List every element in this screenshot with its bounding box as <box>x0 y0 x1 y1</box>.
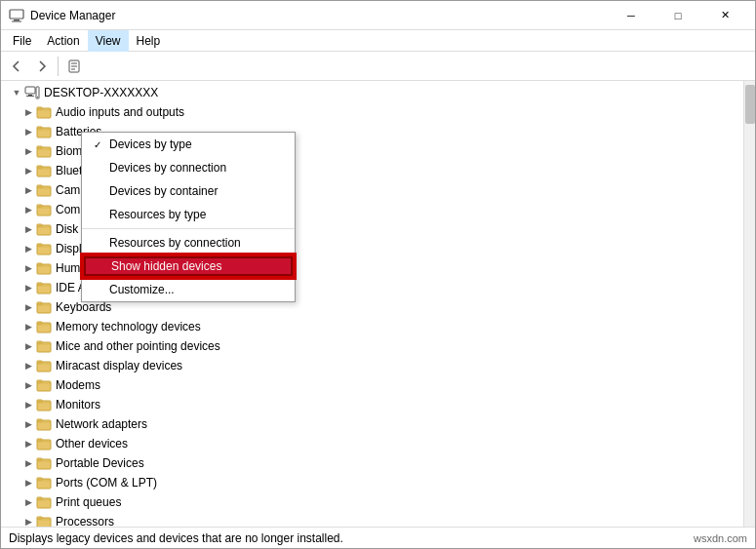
tree-item[interactable]: ▶ Modems <box>1 375 743 395</box>
svg-rect-7 <box>25 87 35 94</box>
item-label: Mice and other pointing devices <box>56 339 220 353</box>
item-expand-icon[interactable]: ▶ <box>20 338 36 354</box>
dropdown-separator <box>82 228 295 229</box>
dropdown-item-devices-by-type[interactable]: ✓ Devices by type <box>82 133 295 156</box>
svg-rect-41 <box>37 380 42 382</box>
tree-root[interactable]: ▼ DESKTOP-XXXXXXX <box>1 83 743 102</box>
dropdown-item-devices-by-container[interactable]: Devices by container <box>82 179 295 203</box>
svg-rect-43 <box>37 400 42 402</box>
svg-rect-27 <box>37 244 42 246</box>
item-expand-icon[interactable]: ▶ <box>20 319 36 334</box>
menu-view[interactable]: View <box>88 30 129 52</box>
item-expand-icon[interactable]: ▶ <box>20 514 36 527</box>
svg-rect-37 <box>37 341 42 343</box>
forward-button[interactable] <box>30 55 54 78</box>
tree-item[interactable]: ▶ Other devices <box>1 434 743 453</box>
menu-help-label: Help <box>137 34 161 48</box>
maximize-button[interactable]: □ <box>656 2 700 29</box>
item-device-icon <box>36 104 52 120</box>
tree-item[interactable]: ▶ Processors <box>1 512 743 527</box>
back-button[interactable] <box>5 55 28 78</box>
svg-rect-35 <box>37 322 42 324</box>
tree-item[interactable]: ▶ Network adapters <box>1 414 743 434</box>
item-device-icon <box>36 514 52 527</box>
item-label: Processors <box>56 515 114 527</box>
tree-item[interactable]: ▶ Portable Devices <box>1 453 743 473</box>
svg-rect-29 <box>37 263 42 265</box>
window-controls: ─ □ ✕ <box>609 2 747 29</box>
item-expand-icon[interactable]: ▶ <box>20 455 36 471</box>
item-expand-icon[interactable]: ▶ <box>20 436 36 451</box>
svg-rect-15 <box>37 127 42 129</box>
menu-action[interactable]: Action <box>39 30 87 52</box>
dropdown-item-resources-by-connection[interactable]: Resources by connection <box>82 231 295 255</box>
toolbar <box>1 52 755 81</box>
properties-button[interactable] <box>62 55 86 78</box>
svg-rect-17 <box>37 146 42 148</box>
item-expand-icon[interactable]: ▶ <box>20 377 36 393</box>
item-label: Memory technology devices <box>56 320 201 333</box>
dropdown-item-resources-by-type[interactable]: Resources by type <box>82 203 295 226</box>
check-mark <box>90 235 105 251</box>
item-device-icon <box>36 241 52 256</box>
item-label: Cam <box>56 183 80 197</box>
menu-help[interactable]: Help <box>129 30 169 52</box>
dropdown-item-label: Devices by connection <box>109 161 226 175</box>
item-label: Portable Devices <box>56 456 144 470</box>
item-expand-icon[interactable]: ▶ <box>20 299 36 315</box>
status-text: Displays legacy devices and devices that… <box>9 531 343 545</box>
svg-rect-1 <box>14 20 20 21</box>
item-expand-icon[interactable]: ▶ <box>20 104 36 120</box>
item-expand-icon[interactable]: ▶ <box>20 475 36 490</box>
tree-item[interactable]: ▶ Ports (COM & LPT) <box>1 473 743 492</box>
tree-item[interactable]: ▶ Miracast display devices <box>1 356 743 375</box>
item-device-icon <box>36 338 52 354</box>
svg-rect-53 <box>37 497 42 499</box>
item-expand-icon[interactable]: ▶ <box>20 221 36 237</box>
dropdown-item-devices-by-connection[interactable]: Devices by connection <box>82 156 295 179</box>
root-expand-icon[interactable]: ▼ <box>9 85 24 100</box>
item-device-icon <box>36 436 52 451</box>
item-expand-icon[interactable]: ▶ <box>20 202 36 217</box>
svg-rect-39 <box>37 361 42 363</box>
tree-item[interactable]: ▶ Memory technology devices <box>1 317 743 336</box>
item-expand-icon[interactable]: ▶ <box>20 280 36 295</box>
tree-item[interactable]: ▶ Print queues <box>1 492 743 512</box>
dropdown-item-customize[interactable]: Customize... <box>82 278 295 301</box>
item-device-icon <box>36 124 52 139</box>
item-expand-icon[interactable]: ▶ <box>20 241 36 256</box>
item-expand-icon[interactable]: ▶ <box>20 124 36 139</box>
forward-icon <box>35 59 49 73</box>
svg-rect-51 <box>37 478 42 480</box>
item-expand-icon[interactable]: ▶ <box>20 397 36 412</box>
close-button[interactable]: ✕ <box>702 2 747 29</box>
item-device-icon <box>36 280 52 295</box>
item-device-icon <box>36 260 52 276</box>
item-expand-icon[interactable]: ▶ <box>20 260 36 276</box>
item-device-icon <box>36 397 52 412</box>
view-dropdown-menu[interactable]: ✓ Devices by type Devices by connection … <box>81 132 296 302</box>
item-device-icon <box>36 358 52 373</box>
item-expand-icon[interactable]: ▶ <box>20 143 36 159</box>
item-label: Monitors <box>56 398 100 412</box>
tree-item[interactable]: ▶ Monitors <box>1 395 743 414</box>
tree-item[interactable]: ▶ Audio inputs and outputs <box>1 102 743 122</box>
item-expand-icon[interactable]: ▶ <box>20 416 36 432</box>
scroll-thumb[interactable] <box>745 85 755 124</box>
item-expand-icon[interactable]: ▶ <box>20 182 36 198</box>
dropdown-item-show-hidden[interactable]: Show hidden devices <box>82 255 295 278</box>
item-expand-icon[interactable]: ▶ <box>20 494 36 510</box>
item-device-icon <box>36 319 52 334</box>
check-mark <box>92 258 107 274</box>
item-expand-icon[interactable]: ▶ <box>20 358 36 373</box>
tree-item[interactable]: ▶ Mice and other pointing devices <box>1 336 743 356</box>
item-expand-icon[interactable]: ▶ <box>20 163 36 178</box>
item-label: Other devices <box>56 437 128 451</box>
dropdown-item-label: Resources by type <box>109 208 206 221</box>
menu-bar: File Action View Help <box>1 30 755 52</box>
svg-rect-21 <box>37 185 42 187</box>
menu-file[interactable]: File <box>5 30 39 52</box>
vertical-scrollbar[interactable] <box>743 81 755 527</box>
window-title: Device Manager <box>30 9 115 22</box>
minimize-button[interactable]: ─ <box>609 2 654 29</box>
